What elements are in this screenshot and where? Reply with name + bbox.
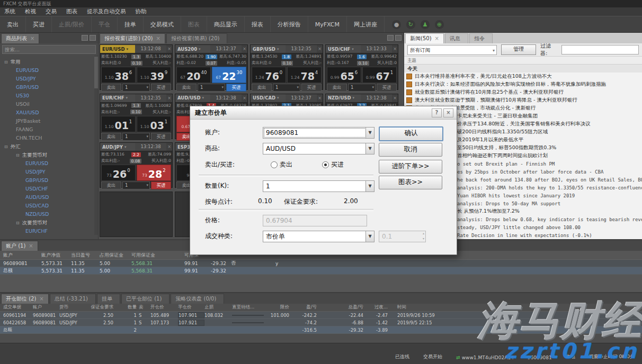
tree-item[interactable]: USOil [0, 100, 98, 108]
close-icon[interactable]: × [166, 94, 172, 102]
tree-item[interactable]: XAU/USD [0, 108, 98, 117]
toolbar-icon[interactable]: ⊕ [435, 20, 444, 29]
sell-button[interactable]: 卖出 [327, 84, 347, 92]
column-header[interactable]: 占用保证金 [100, 252, 131, 259]
account-row[interactable]: 96089081 5,573.31 11.35 5.00 5,568.31 99… [0, 260, 642, 267]
ask-price-button[interactable]: 67 22 30 [212, 67, 246, 83]
help-icon[interactable]: ? [432, 108, 442, 117]
quotes-tab[interactable]: 报价视窗(简易) (20) [166, 33, 228, 43]
sell-button[interactable]: 卖出 [101, 84, 121, 92]
tree-item[interactable]: EUR/USD [0, 159, 98, 168]
close-icon[interactable]: × [317, 94, 323, 102]
buy-button[interactable]: 买进 [377, 84, 397, 92]
menu-item[interactable]: 系统 [0, 8, 20, 15]
close-icon[interactable]: × [156, 34, 160, 43]
close-icon[interactable]: × [443, 108, 453, 117]
chart-button[interactable]: 图表>> [379, 176, 442, 189]
news-tab[interactable]: 讯息 [445, 33, 468, 43]
manage-button[interactable]: 管理 [501, 44, 536, 55]
tile-symbol[interactable]: EUR/USD ▾ [100, 45, 135, 53]
close-icon[interactable]: × [392, 45, 398, 53]
sell-radio[interactable] [271, 161, 278, 168]
scrollbar[interactable] [94, 56, 98, 235]
tree-item[interactable]: USD/CHF [0, 185, 98, 193]
column-header[interactable]: 直至特结... [232, 304, 264, 311]
sell-button[interactable]: 卖出 [101, 181, 121, 189]
toolbar-button[interactable]: 图表 [181, 16, 207, 32]
tile-symbol[interactable]: AUD/USD ▾ [175, 94, 210, 102]
quantity-field[interactable]: 1 [263, 180, 367, 192]
tree-item[interactable]: NZD/USD [0, 210, 98, 219]
tree-item[interactable]: EUR/USD [0, 66, 98, 75]
advanced-order-button[interactable]: 进阶下单>> [379, 160, 442, 174]
news-tab[interactable]: 新闻(50) × [405, 33, 444, 43]
tile-symbol[interactable]: GBP/USD ▾ [251, 45, 286, 53]
positions-tab[interactable]: 开仓部位 (2) × [1, 294, 49, 304]
tree-item[interactable]: 外汇 [0, 142, 98, 151]
toolbar-button[interactable]: 报表 [245, 16, 271, 32]
tile-symbol[interactable]: AUS200 ▾ [175, 45, 210, 53]
column-header[interactable]: 平仓价 [178, 304, 204, 311]
close-icon[interactable]: × [242, 94, 247, 102]
close-icon[interactable]: × [39, 294, 43, 304]
toolbar-button[interactable]: 分析报告 [271, 16, 308, 32]
toolbar-icon[interactable]: ↻ [406, 20, 415, 29]
tree-item[interactable]: USD/JPY [0, 75, 98, 83]
ask-price-button[interactable]: 73 28 2 [137, 165, 171, 181]
positions-tab[interactable]: 挂单 [97, 294, 120, 304]
close-icon[interactable]: × [392, 94, 398, 102]
column-header[interactable]: 数量 [115, 304, 139, 311]
column-header[interactable]: 盈/亏 [291, 304, 319, 311]
quantity-input[interactable]: 1 [122, 84, 150, 92]
quotes-tab[interactable]: 报价视窗(进阶) (20) × [100, 33, 165, 43]
tile-symbol[interactable]: NZD/USD ▾ [326, 94, 361, 102]
buy-radio[interactable] [322, 161, 329, 168]
ask-price-button[interactable]: 1.10 03 1 [137, 116, 171, 132]
toolbar-button[interactable]: 平仓 [92, 16, 118, 32]
bid-price-button[interactable]: 1.10 01 1 [101, 116, 136, 132]
tile-symbol[interactable]: EUR/CHF ▾ [100, 94, 135, 102]
close-icon[interactable]: × [435, 34, 439, 43]
toolbar-button[interactable]: 止损/限价 [52, 16, 92, 32]
column-header[interactable]: 账户净值 [41, 252, 71, 259]
column-header[interactable]: 止损 [204, 304, 232, 311]
toolbar-button[interactable]: 网上讲座 [347, 16, 385, 32]
quantity-input[interactable]: 1 [122, 133, 150, 141]
position-row[interactable]: 总额 2 -316.5 -29.32 -3.89 [0, 326, 642, 334]
close-icon[interactable]: × [29, 241, 33, 251]
buy-button[interactable]: 买进 [151, 181, 171, 189]
position-row[interactable]: 60961194 96089081 USD/JPY 2.50 1 S 105.4… [0, 312, 642, 319]
tab-instrument-list[interactable]: 商品列表 × [1, 33, 39, 43]
close-icon[interactable]: × [317, 45, 323, 53]
news-column-header[interactable]: 主题 [404, 57, 642, 65]
tree-item[interactable]: GBP/USD [0, 83, 98, 92]
minimize-icon[interactable] [387, 35, 394, 41]
column-header[interactable]: 账户 [33, 304, 59, 311]
quantity-input[interactable]: 1 [198, 84, 225, 92]
toolbar-button[interactable]: MyFXCM [308, 16, 347, 32]
tree-item[interactable]: USD/CAD [0, 202, 98, 210]
toolbar-button[interactable]: 交易模式 [144, 16, 181, 32]
column-header[interactable]: 当日盈亏 [71, 252, 100, 259]
tree-item[interactable]: 次要货币对 [0, 219, 98, 227]
sell-button[interactable]: 卖出 [176, 84, 197, 92]
search-input[interactable]: 搜索... [2, 45, 96, 54]
bid-price-button[interactable]: 1.10 38 6 [101, 67, 136, 83]
sell-button[interactable]: 卖出 [101, 133, 121, 141]
news-item[interactable]: 日本央行决议：如果经济面临的风险加大影响实现物价目标，将毫不犹豫加码刺激措施 [404, 80, 642, 88]
sell-radio-label[interactable]: 卖出 [280, 160, 292, 169]
column-header[interactable]: 卖 [139, 304, 150, 311]
toolbar-button[interactable]: 挂单 [118, 16, 144, 32]
toolbar-button[interactable]: 卖出 [0, 16, 26, 32]
restore-icon[interactable] [395, 35, 402, 41]
toolbar-button[interactable]: 商品显示 [207, 16, 245, 32]
positions-tab[interactable]: 总结 (-33.21) [50, 294, 96, 304]
news-tab[interactable]: 指令 [469, 33, 493, 43]
column-header[interactable]: 账户 [3, 252, 41, 259]
menu-item[interactable]: 提示及自动交易 [83, 8, 130, 15]
quantity-input[interactable]: 1 [122, 181, 150, 189]
close-icon[interactable]: × [30, 34, 34, 43]
column-header[interactable]: 可用保证金 [131, 252, 184, 259]
close-icon[interactable]: × [242, 45, 247, 53]
close-icon[interactable]: × [166, 45, 172, 53]
